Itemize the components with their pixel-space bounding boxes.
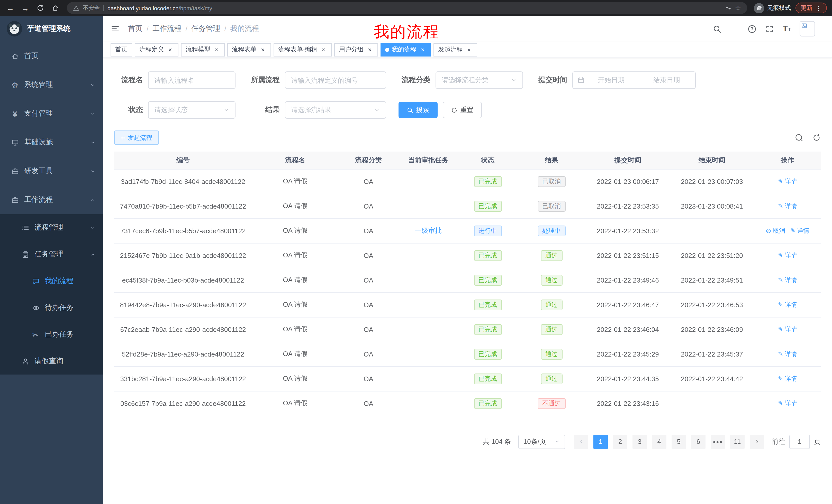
caret-down-icon[interactable] [819,26,824,31]
sidebar-item-done-tasks[interactable]: ✂已办任务 [0,321,103,348]
next-page-button[interactable] [750,435,764,449]
close-icon[interactable]: × [465,46,473,53]
cell-status: 已完成 [458,268,517,292]
app-logo[interactable]: 芋道管理系统 [0,16,103,41]
process-name-input[interactable] [148,72,235,89]
refresh-icon[interactable] [812,134,821,142]
browser-forward-icon[interactable]: → [20,2,30,14]
tab-流程模型[interactable]: 流程模型× [181,43,225,56]
tab-我的流程[interactable]: 我的流程× [381,43,431,56]
tab-label: 流程定义 [139,45,164,54]
cell-status: 已完成 [458,243,517,268]
close-icon[interactable]: × [419,46,426,53]
more-pages-button[interactable]: ●●● [711,435,725,449]
breadcrumb-item[interactable]: 首页 [128,24,142,33]
browser-home-icon[interactable] [50,2,60,14]
navbar-actions: TT [713,21,824,36]
current-task-link[interactable]: 一级审批 [415,227,442,234]
prev-page-button[interactable] [574,435,588,449]
page-button-11[interactable]: 11 [730,435,745,449]
submit-time-range[interactable]: 开始日期 - 结束日期 [572,72,696,89]
github-icon[interactable] [730,24,739,33]
detail-action-link[interactable]: ✎详情 [778,251,797,260]
close-icon[interactable]: × [213,46,220,53]
cancel-action-link[interactable]: 取消 [766,226,785,235]
sidebar-item-leave-query[interactable]: 请假查询 [0,348,103,374]
tab-发起流程[interactable]: 发起流程× [434,43,477,56]
tab-流程表单[interactable]: 流程表单× [227,43,271,56]
detail-action-link[interactable]: ✎详情 [778,374,797,383]
close-icon[interactable]: × [320,46,327,53]
page-size-select[interactable]: 10条/页 [518,435,565,449]
font-size-icon[interactable]: TT [783,24,791,33]
page-button-2[interactable]: 2 [613,435,627,449]
tab-流程表单-编辑[interactable]: 流程表单-编辑× [274,43,332,56]
tab-用户分组[interactable]: 用户分组× [334,43,378,56]
toggle-search-icon[interactable] [795,134,803,142]
page-button-4[interactable]: 4 [652,435,667,449]
edit-icon: ✎ [778,326,783,332]
tab-流程定义[interactable]: 流程定义× [135,43,178,56]
address-bar[interactable]: 不安全 dashboard.yudao.iocoder.cn/bpm/task/… [67,2,747,14]
sidebar-item-todo-tasks[interactable]: 待办任务 [0,295,103,321]
sidebar-item-home[interactable]: 首页 [0,41,103,71]
close-icon[interactable]: × [166,46,174,53]
sidebar-item-system-management[interactable]: ⚙系统管理 [0,71,103,99]
sidebar-item-infrastructure[interactable]: 基础设施 [0,128,103,157]
browser-menu-icon[interactable]: ⋮ [815,4,822,11]
browser-back-icon[interactable]: ← [5,2,16,14]
sidebar-toggle-icon[interactable] [110,24,120,33]
avatar[interactable] [800,21,815,36]
page-button-6[interactable]: 6 [691,435,705,449]
reset-button-label: 重置 [460,105,474,115]
help-icon[interactable] [748,24,756,33]
cell-end-time: 2022-01-22 23:46:09 [670,317,754,342]
search-button[interactable]: 搜索 [398,102,438,118]
edit-icon: ✎ [778,375,783,382]
goto-page-input[interactable] [789,435,810,449]
fullscreen-icon[interactable] [765,24,774,33]
page-button-3[interactable]: 3 [632,435,647,449]
table-row: 7470a810-7b9b-11ec-b5b7-acde48001122OA 请… [114,194,821,218]
detail-action-link[interactable]: ✎详情 [778,325,797,334]
tab-首页[interactable]: 首页 [110,43,132,56]
detail-action-link[interactable]: ✎详情 [778,399,797,408]
cell-end-time: 2022-01-22 23:49:51 [670,268,754,292]
browser-update-button[interactable]: 更新 ⋮ [796,3,827,13]
sidebar-item-process-management[interactable]: 流程管理 [0,214,103,241]
bookmark-star-icon[interactable]: ☆ [735,4,741,12]
detail-action-link[interactable]: ✎详情 [790,226,809,235]
browser-reload-icon[interactable] [35,2,45,14]
process-definition-input[interactable] [285,72,386,89]
cell-actions: ✎详情 [754,366,821,391]
detail-action-link[interactable]: ✎详情 [778,177,797,186]
reset-button[interactable]: 重置 [443,102,482,118]
sidebar-item-dev-tools[interactable]: 研发工具 [0,157,103,186]
close-icon[interactable]: × [259,46,266,53]
breadcrumb-item[interactable]: 任务管理 [191,24,220,33]
cell-process-name: OA 请假 [252,292,338,317]
status-select[interactable]: 请选择状态 [148,101,235,119]
create-process-button[interactable]: + 发起流程 [114,131,159,145]
sidebar-item-payment-management[interactable]: ¥支付管理 [0,99,103,128]
detail-action-link[interactable]: ✎详情 [778,276,797,284]
search-icon[interactable] [713,24,722,33]
page-button-1[interactable]: 1 [593,435,608,449]
close-icon[interactable]: × [366,46,373,53]
result-select[interactable]: 请选择流结果 [285,101,386,119]
category-select[interactable]: 请选择流程分类 [436,72,523,89]
cell-current-task [398,342,458,366]
cell-category: OA [338,268,398,292]
page-button-5[interactable]: 5 [672,435,686,449]
sidebar-item-task-management[interactable]: 任务管理 [0,241,103,268]
sidebar-item-my-process[interactable]: 我的流程 [0,268,103,295]
detail-action-link[interactable]: ✎详情 [778,349,797,358]
divider [103,5,104,11]
breadcrumb-item[interactable]: 工作流程 [153,24,181,33]
detail-action-link[interactable]: ✎详情 [778,300,797,309]
detail-action-link[interactable]: ✎详情 [778,202,797,211]
cell-category: OA [338,366,398,391]
sidebar-item-workflow[interactable]: 工作流程 [0,186,103,214]
password-key-icon[interactable] [725,5,731,11]
cell-submit-time: 2022-01-22 23:46:47 [586,292,670,317]
